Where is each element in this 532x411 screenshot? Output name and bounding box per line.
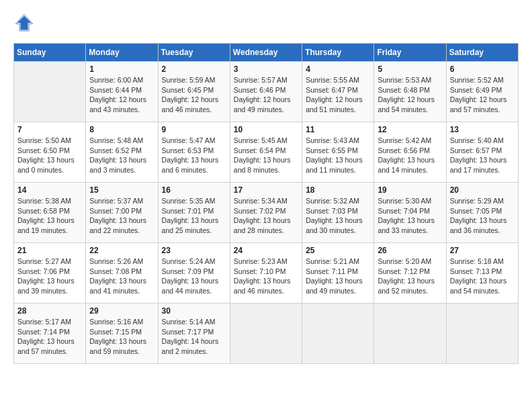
- day-detail: Sunrise: 5:37 AMSunset: 7:00 PMDaylight:…: [89, 196, 154, 236]
- calendar-cell: 6Sunrise: 5:52 AMSunset: 6:49 PMDaylight…: [446, 62, 518, 122]
- calendar-cell: 22Sunrise: 5:26 AMSunset: 7:08 PMDayligh…: [86, 243, 158, 304]
- logo: [13, 13, 34, 32]
- calendar-cell: 10Sunrise: 5:45 AMSunset: 6:54 PMDayligh…: [230, 122, 302, 183]
- calendar-cell: 1Sunrise: 6:00 AMSunset: 6:44 PMDaylight…: [86, 62, 158, 122]
- calendar-cell: [14, 62, 86, 122]
- day-number: 7: [17, 125, 82, 134]
- day-number: 22: [89, 246, 154, 255]
- calendar-cell: 13Sunrise: 5:40 AMSunset: 6:57 PMDayligh…: [446, 122, 518, 183]
- calendar-cell: 4Sunrise: 5:55 AMSunset: 6:47 PMDaylight…: [302, 62, 374, 122]
- column-header-sunday: Sunday: [14, 44, 86, 62]
- calendar-cell: 25Sunrise: 5:21 AMSunset: 7:11 PMDayligh…: [302, 243, 374, 304]
- day-number: 20: [450, 185, 515, 195]
- day-detail: Sunrise: 5:26 AMSunset: 7:08 PMDaylight:…: [89, 257, 154, 296]
- calendar-cell: 19Sunrise: 5:30 AMSunset: 7:04 PMDayligh…: [374, 183, 446, 243]
- day-detail: Sunrise: 5:20 AMSunset: 7:12 PMDaylight:…: [378, 257, 442, 296]
- day-number: 19: [378, 185, 442, 195]
- calendar-header-row: SundayMondayTuesdayWednesdayThursdayFrid…: [14, 44, 519, 62]
- day-detail: Sunrise: 5:47 AMSunset: 6:53 PMDaylight:…: [162, 136, 226, 175]
- day-detail: Sunrise: 5:42 AMSunset: 6:56 PMDaylight:…: [378, 136, 442, 175]
- day-detail: Sunrise: 6:00 AMSunset: 6:44 PMDaylight:…: [89, 75, 154, 115]
- logo-icon: [15, 13, 34, 32]
- calendar-cell: 28Sunrise: 5:17 AMSunset: 7:14 PMDayligh…: [14, 304, 86, 364]
- day-detail: Sunrise: 5:21 AMSunset: 7:11 PMDaylight:…: [306, 257, 370, 296]
- day-detail: Sunrise: 5:40 AMSunset: 6:57 PMDaylight:…: [450, 136, 515, 175]
- column-header-tuesday: Tuesday: [158, 44, 230, 62]
- column-header-thursday: Thursday: [302, 44, 374, 62]
- day-number: 27: [450, 246, 515, 255]
- day-detail: Sunrise: 5:38 AMSunset: 6:58 PMDaylight:…: [17, 196, 82, 236]
- day-number: 14: [17, 185, 82, 195]
- day-detail: Sunrise: 5:14 AMSunset: 7:17 PMDaylight:…: [162, 317, 226, 357]
- week-row-4: 21Sunrise: 5:27 AMSunset: 7:06 PMDayligh…: [14, 243, 519, 304]
- day-number: 9: [162, 125, 226, 134]
- day-detail: Sunrise: 5:48 AMSunset: 6:52 PMDaylight:…: [89, 136, 154, 175]
- day-detail: Sunrise: 5:55 AMSunset: 6:47 PMDaylight:…: [306, 75, 370, 115]
- day-detail: Sunrise: 5:43 AMSunset: 6:55 PMDaylight:…: [306, 136, 370, 175]
- page-header: [13, 13, 519, 32]
- day-number: 6: [450, 64, 515, 74]
- day-number: 17: [234, 185, 298, 195]
- day-detail: Sunrise: 5:32 AMSunset: 7:03 PMDaylight:…: [306, 196, 370, 236]
- calendar-cell: 17Sunrise: 5:34 AMSunset: 7:02 PMDayligh…: [230, 183, 302, 243]
- day-detail: Sunrise: 5:18 AMSunset: 7:13 PMDaylight:…: [450, 257, 515, 296]
- calendar-cell: 16Sunrise: 5:35 AMSunset: 7:01 PMDayligh…: [158, 183, 230, 243]
- calendar-cell: 5Sunrise: 5:53 AMSunset: 6:48 PMDaylight…: [374, 62, 446, 122]
- day-number: 21: [17, 246, 82, 255]
- calendar-cell: 29Sunrise: 5:16 AMSunset: 7:15 PMDayligh…: [86, 304, 158, 364]
- calendar-table: SundayMondayTuesdayWednesdayThursdayFrid…: [13, 43, 519, 364]
- calendar-cell: 30Sunrise: 5:14 AMSunset: 7:17 PMDayligh…: [158, 304, 230, 364]
- day-number: 26: [378, 246, 442, 255]
- calendar-cell: 3Sunrise: 5:57 AMSunset: 6:46 PMDaylight…: [230, 62, 302, 122]
- day-detail: Sunrise: 5:23 AMSunset: 7:10 PMDaylight:…: [234, 257, 298, 296]
- day-detail: Sunrise: 5:45 AMSunset: 6:54 PMDaylight:…: [234, 136, 298, 175]
- day-detail: Sunrise: 5:50 AMSunset: 6:50 PMDaylight:…: [17, 136, 82, 175]
- calendar-cell: [446, 304, 518, 364]
- day-detail: Sunrise: 5:17 AMSunset: 7:14 PMDaylight:…: [17, 317, 82, 357]
- calendar-cell: [302, 304, 374, 364]
- day-number: 24: [234, 246, 298, 255]
- day-number: 5: [378, 64, 442, 74]
- day-number: 23: [162, 246, 226, 255]
- day-number: 13: [450, 125, 515, 134]
- calendar-cell: 14Sunrise: 5:38 AMSunset: 6:58 PMDayligh…: [14, 183, 86, 243]
- day-detail: Sunrise: 5:29 AMSunset: 7:05 PMDaylight:…: [450, 196, 515, 236]
- calendar-cell: 9Sunrise: 5:47 AMSunset: 6:53 PMDaylight…: [158, 122, 230, 183]
- week-row-3: 14Sunrise: 5:38 AMSunset: 6:58 PMDayligh…: [14, 183, 519, 243]
- calendar-cell: 12Sunrise: 5:42 AMSunset: 6:56 PMDayligh…: [374, 122, 446, 183]
- day-number: 16: [162, 185, 226, 195]
- day-detail: Sunrise: 5:16 AMSunset: 7:15 PMDaylight:…: [89, 317, 154, 357]
- day-detail: Sunrise: 5:53 AMSunset: 6:48 PMDaylight:…: [378, 75, 442, 115]
- day-number: 25: [306, 246, 370, 255]
- day-number: 2: [162, 64, 226, 74]
- calendar-cell: 2Sunrise: 5:59 AMSunset: 6:45 PMDaylight…: [158, 62, 230, 122]
- day-number: 8: [89, 125, 154, 134]
- week-row-5: 28Sunrise: 5:17 AMSunset: 7:14 PMDayligh…: [14, 304, 519, 364]
- calendar-cell: 18Sunrise: 5:32 AMSunset: 7:03 PMDayligh…: [302, 183, 374, 243]
- day-number: 18: [306, 185, 370, 195]
- week-row-1: 1Sunrise: 6:00 AMSunset: 6:44 PMDaylight…: [14, 62, 519, 122]
- day-detail: Sunrise: 5:24 AMSunset: 7:09 PMDaylight:…: [162, 257, 226, 296]
- day-number: 4: [306, 64, 370, 74]
- day-detail: Sunrise: 5:59 AMSunset: 6:45 PMDaylight:…: [162, 75, 226, 115]
- day-number: 28: [17, 306, 82, 316]
- day-number: 1: [89, 64, 154, 74]
- day-number: 3: [234, 64, 298, 74]
- day-number: 11: [306, 125, 370, 134]
- day-number: 10: [234, 125, 298, 134]
- column-header-saturday: Saturday: [446, 44, 518, 62]
- day-number: 12: [378, 125, 442, 134]
- calendar-cell: 11Sunrise: 5:43 AMSunset: 6:55 PMDayligh…: [302, 122, 374, 183]
- day-detail: Sunrise: 5:57 AMSunset: 6:46 PMDaylight:…: [234, 75, 298, 115]
- calendar-cell: 21Sunrise: 5:27 AMSunset: 7:06 PMDayligh…: [14, 243, 86, 304]
- column-header-wednesday: Wednesday: [230, 44, 302, 62]
- day-detail: Sunrise: 5:34 AMSunset: 7:02 PMDaylight:…: [234, 196, 298, 236]
- calendar-cell: 23Sunrise: 5:24 AMSunset: 7:09 PMDayligh…: [158, 243, 230, 304]
- calendar-cell: 8Sunrise: 5:48 AMSunset: 6:52 PMDaylight…: [86, 122, 158, 183]
- column-header-monday: Monday: [86, 44, 158, 62]
- day-number: 30: [162, 306, 226, 316]
- day-detail: Sunrise: 5:52 AMSunset: 6:49 PMDaylight:…: [450, 75, 515, 115]
- day-detail: Sunrise: 5:35 AMSunset: 7:01 PMDaylight:…: [162, 196, 226, 236]
- calendar-cell: 15Sunrise: 5:37 AMSunset: 7:00 PMDayligh…: [86, 183, 158, 243]
- calendar-cell: [374, 304, 446, 364]
